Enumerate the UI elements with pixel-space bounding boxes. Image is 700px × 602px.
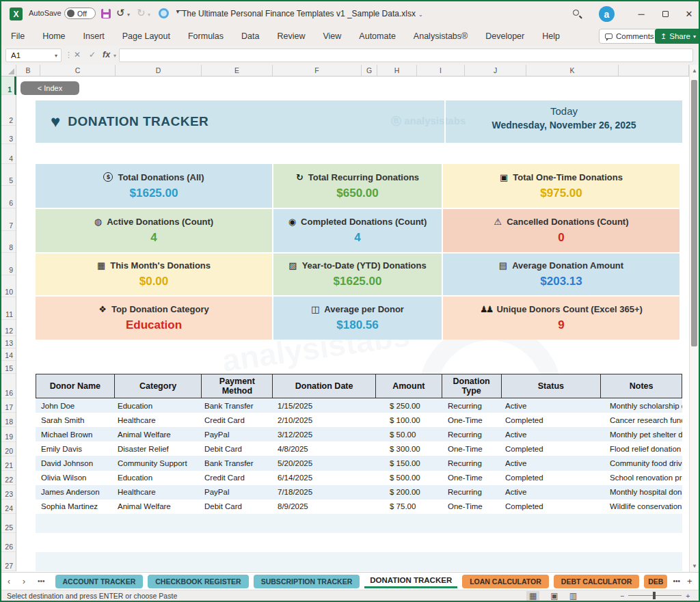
index-button[interactable]: < Index <box>21 81 79 95</box>
cell-donation-type[interactable]: One-Time <box>442 471 502 485</box>
cell-status[interactable]: Active <box>502 398 602 413</box>
table-header-amount[interactable]: Amount <box>376 374 442 398</box>
cell-category[interactable]: Animal Welfare <box>114 427 202 441</box>
kpi-card-total-donations-all[interactable]: $Total Donations (All)$1625.00 <box>36 164 272 208</box>
row-header-25[interactable]: 25 <box>1 514 16 533</box>
cell-status[interactable]: Completed <box>502 500 602 514</box>
column-header-f[interactable]: F <box>273 65 362 76</box>
cell-notes[interactable]: Wildlife conservation fund <box>602 500 682 514</box>
menu-tab-developer[interactable]: Developer <box>476 27 533 46</box>
page-layout-view-icon[interactable]: ▣ <box>550 591 558 601</box>
cell-donor-name[interactable]: Emily Davis <box>36 441 114 456</box>
kpi-card-average-donation-amount[interactable]: ▤Average Donation Amount$203.13 <box>443 254 679 295</box>
row-header-14[interactable]: 14 <box>1 348 16 361</box>
cell-donation-date[interactable]: 3/12/2025 <box>273 427 376 441</box>
undo-caret-icon[interactable]: ▾ <box>127 12 130 18</box>
cell-amount[interactable]: $ 300.00 <box>376 441 442 456</box>
cell-status[interactable]: Active <box>502 427 602 441</box>
cell-amount[interactable]: $ 75.00 <box>376 500 442 514</box>
cell-donor-name[interactable]: Sophia Martinez <box>36 500 114 514</box>
cell-donation-date[interactable]: 6/14/2025 <box>273 471 376 485</box>
cell-payment-method[interactable]: PayPal <box>202 485 273 500</box>
cell-donor-name[interactable]: David Johnson <box>36 456 114 470</box>
row-header-24[interactable]: 24 <box>1 500 16 514</box>
table-header-category[interactable]: Category <box>115 374 202 398</box>
row-header-12[interactable]: 12 <box>1 320 16 336</box>
share-button[interactable]: ↥ Share ▾ <box>655 29 700 44</box>
kpi-card-unique-donors-count-excel-365[interactable]: ♟♟Unique Donors Count (Excel 365+)9 <box>443 297 679 340</box>
cell-notes[interactable]: School renovation project <box>602 471 682 485</box>
cell-notes[interactable]: Monthly scholarship donation <box>602 398 682 413</box>
cell-donor-name[interactable]: Michael Brown <box>36 427 114 441</box>
column-header-g[interactable]: G <box>362 65 377 76</box>
cell-donation-type[interactable]: One-Time <box>442 500 502 514</box>
cell-notes[interactable]: Cancer research fund <box>602 413 682 427</box>
cell-category[interactable]: Education <box>114 471 202 485</box>
table-row-david-johnson[interactable]: David JohnsonCommunity SupportBank Trans… <box>36 456 682 470</box>
sheet-tab-donation-tracker[interactable]: DONATION TRACKER <box>364 575 457 588</box>
save-icon[interactable] <box>101 9 111 18</box>
cell-donation-type[interactable]: One-Time <box>442 441 502 456</box>
row-header-22[interactable]: 22 <box>1 471 16 485</box>
row-header-20[interactable]: 20 <box>1 442 16 456</box>
zoom-in-icon[interactable]: + <box>686 592 690 600</box>
cell-donation-type[interactable]: Recurring <box>442 485 502 500</box>
column-header-k[interactable]: K <box>526 65 619 76</box>
row-header-7[interactable]: 7 <box>1 208 16 231</box>
more-sheets-icon[interactable]: ••• <box>673 577 680 585</box>
kpi-card-completed-donations-count[interactable]: ◉Completed Donations (Count)4 <box>273 209 442 252</box>
row-header-27[interactable]: 27 <box>1 552 16 571</box>
cell-status[interactable]: Completed <box>502 413 602 427</box>
zoom-slider[interactable] <box>628 595 682 597</box>
cell-donation-date[interactable]: 4/8/2025 <box>273 441 376 456</box>
kpi-card-this-month-s-donations[interactable]: ▦This Month's Donations$0.00 <box>36 254 272 295</box>
table-header-donation-date[interactable]: Donation Date <box>273 374 376 398</box>
cell-status[interactable]: Active <box>502 456 602 470</box>
scrollbar-thumb[interactable] <box>691 80 697 346</box>
cell-category[interactable]: Animal Welfare <box>114 500 202 514</box>
menu-tab-formulas[interactable]: Formulas <box>179 27 232 46</box>
row-header-2[interactable]: 2 <box>1 95 16 126</box>
sheet-tab-account-tracker[interactable]: ACCOUNT TRACKER <box>55 575 144 588</box>
maximize-button[interactable] <box>654 1 676 27</box>
formula-input[interactable] <box>119 49 693 62</box>
table-row-michael-brown[interactable]: Michael BrownAnimal WelfarePayPal3/12/20… <box>36 427 682 441</box>
row-header-1[interactable]: 1 <box>1 77 16 95</box>
cell-amount[interactable]: $ 200.00 <box>376 485 442 500</box>
row-header-21[interactable]: 21 <box>1 456 16 471</box>
table-row-sophia-martinez[interactable]: Sophia MartinezAnimal WelfareDebit Card8… <box>36 500 682 514</box>
insert-function-icon[interactable]: fx <box>103 50 110 59</box>
search-icon[interactable] <box>573 10 579 16</box>
comments-button[interactable]: Comments <box>599 29 660 44</box>
menu-tab-page-layout[interactable]: Page Layout <box>113 27 179 46</box>
column-header-b[interactable]: B <box>16 65 40 76</box>
row-header-8[interactable]: 8 <box>1 231 16 253</box>
table-header-notes[interactable]: Notes <box>601 374 682 398</box>
prev-sheet-icon[interactable]: ‹ <box>1 577 16 586</box>
sheet-tab-subscription-tracker[interactable]: SUBSCRIPTION TRACKER <box>254 575 360 588</box>
table-row-emily-davis[interactable]: Emily DavisDisaster ReliefDebit Card4/8/… <box>36 441 682 456</box>
table-header-status[interactable]: Status <box>502 374 602 398</box>
column-header-d[interactable]: D <box>116 65 202 76</box>
cell-donor-name[interactable]: James Anderson <box>36 485 114 500</box>
cell-notes[interactable]: Community food drive <box>602 456 682 470</box>
cell-donation-type[interactable]: Recurring <box>442 398 502 413</box>
cell-amount[interactable]: $ 50.00 <box>376 427 442 441</box>
zoom-slider-thumb[interactable] <box>653 592 656 599</box>
column-header-c[interactable]: C <box>40 65 116 76</box>
cell-category[interactable]: Community Support <box>114 456 202 470</box>
cell-payment-method[interactable]: Debit Card <box>202 441 273 456</box>
sheet-tab-debt-calculator[interactable]: DEBT CALCULATOR <box>554 575 639 588</box>
normal-view-icon[interactable]: ▦ <box>526 591 539 601</box>
cell-amount[interactable]: $ 250.00 <box>376 398 442 413</box>
page-break-view-icon[interactable]: ▥ <box>569 591 577 601</box>
scroll-up-icon[interactable]: ▲ <box>692 68 697 74</box>
name-box-splitter[interactable]: ⋮ <box>65 51 72 59</box>
cell-status[interactable]: Completed <box>502 471 602 485</box>
cell-donation-date[interactable]: 7/18/2025 <box>273 485 376 500</box>
row-header-13[interactable]: 13 <box>1 336 16 348</box>
column-header-h[interactable]: H <box>377 65 417 76</box>
table-row-james-anderson[interactable]: James AndersonHealthcarePayPal7/18/2025$… <box>36 485 682 500</box>
empty-row-stripe[interactable] <box>36 514 682 533</box>
menu-tab-view[interactable]: View <box>314 27 350 46</box>
